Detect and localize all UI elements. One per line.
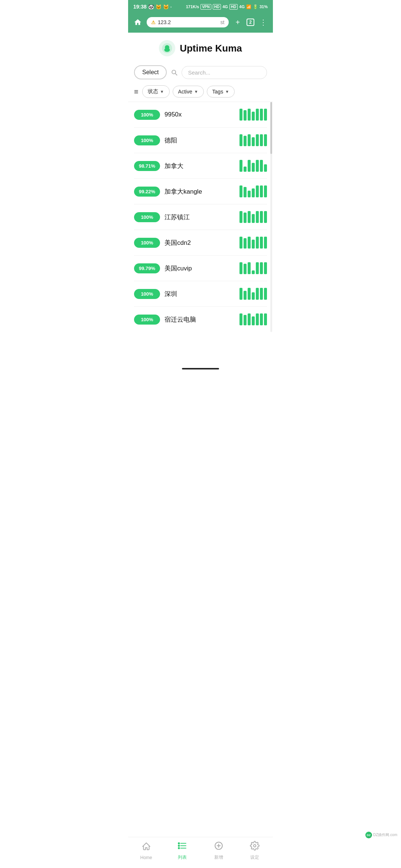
monitor-item[interactable]: 98.71%加拿大 — [134, 153, 267, 179]
search-input[interactable]: Search... — [182, 66, 267, 79]
monitor-item[interactable]: 100%9950x — [134, 102, 267, 128]
active-filter-label: Active — [178, 89, 192, 95]
status-filter[interactable]: 状态 ▼ — [142, 85, 170, 98]
monitor-item[interactable]: 100%美国cdn2 — [134, 230, 267, 256]
search-icon — [170, 69, 178, 76]
uptime-bars — [239, 262, 267, 274]
hd-badge2: HD — [229, 4, 238, 10]
status-bar-right: 171K/s VPN HD 4G HD 4G 📶 🔋 31% — [186, 4, 268, 10]
monitor-name: 9950x — [164, 111, 235, 118]
status-emoji3: 🐱 — [163, 4, 169, 10]
monitor-list: 100%9950x100%德阳98.71%加拿大99.22%加拿大kangle1… — [128, 102, 273, 332]
wifi-icon: 📶 — [246, 4, 251, 9]
signal-4g2: 4G — [239, 4, 245, 9]
home-bar — [182, 368, 219, 369]
battery-pct: 31% — [260, 4, 268, 9]
tags-filter-label: Tags — [212, 89, 224, 95]
url-warning-icon: ⚠ — [151, 20, 156, 25]
scrollbar-track — [270, 102, 272, 332]
uptime-bars — [239, 185, 267, 197]
browser-bar: ⚠ 123.2 st + 2 ⋮ — [128, 13, 273, 33]
battery-icon: 🔋 — [253, 4, 258, 9]
select-button[interactable]: Select — [134, 65, 167, 79]
uptime-bars — [239, 237, 267, 249]
status-time: 19:38 — [133, 4, 147, 10]
monitor-list-container: 100%9950x100%德阳98.71%加拿大99.22%加拿大kangle1… — [128, 102, 273, 332]
monitor-name: 德阳 — [164, 136, 235, 145]
uptime-bars — [239, 160, 267, 172]
monitor-name: 加拿大 — [164, 162, 235, 170]
browser-url-bar[interactable]: ⚠ 123.2 st — [147, 17, 229, 27]
browser-home-button[interactable] — [132, 16, 144, 28]
uptime-badge: 100% — [134, 238, 160, 248]
uptime-bars — [239, 109, 267, 121]
url-st: st — [220, 19, 224, 25]
uptime-bars — [239, 313, 267, 325]
vpn-badge: VPN — [200, 4, 211, 10]
filter-row: ≡ 状态 ▼ Active ▼ Tags ▼ — [128, 83, 273, 102]
monitor-item[interactable]: 100%深圳 — [134, 281, 267, 307]
scrollbar-thumb[interactable] — [270, 102, 272, 154]
monitor-name: 美国cdn2 — [164, 239, 235, 247]
browser-more-button[interactable]: ⋮ — [257, 16, 269, 28]
monitor-item[interactable]: 99.79%美国cuvip — [134, 256, 267, 281]
status-bar-left: 19:38 🐼 🐱 🐱 · — [133, 4, 172, 10]
app-logo — [159, 40, 175, 56]
monitor-name: 江苏镇江 — [164, 213, 235, 221]
svg-point-2 — [165, 45, 169, 50]
monitor-item[interactable]: 100%宿迁云电脑 — [134, 307, 267, 332]
uptime-bars — [239, 288, 267, 300]
network-speed: 171K/s — [186, 4, 199, 9]
uptime-badge: 100% — [134, 212, 160, 222]
uptime-badge: 100% — [134, 135, 160, 145]
monitor-name: 美国cuvip — [164, 264, 235, 273]
controls-row: Select Search... — [128, 62, 273, 83]
status-filter-label: 状态 — [148, 88, 158, 95]
active-chevron-icon: ▼ — [194, 89, 198, 94]
url-text: 123.2 — [158, 19, 171, 25]
monitor-item[interactable]: 100%德阳 — [134, 128, 267, 153]
tags-filter[interactable]: Tags ▼ — [207, 86, 235, 98]
uptime-badge: 98.71% — [134, 161, 160, 171]
status-bar: 19:38 🐼 🐱 🐱 · 171K/s VPN HD 4G HD 4G 📶 🔋… — [128, 0, 273, 13]
search-placeholder: Search... — [188, 69, 210, 76]
uptime-bars — [239, 211, 267, 223]
status-emoji1: 🐼 — [148, 4, 154, 10]
tab-count[interactable]: 2 — [247, 19, 254, 26]
monitor-name: 宿迁云电脑 — [164, 315, 235, 324]
status-dot: · — [170, 4, 172, 10]
hd-badge1: HD — [213, 4, 221, 10]
active-filter[interactable]: Active ▼ — [173, 86, 204, 98]
monitor-item[interactable]: 100%江苏镇江 — [134, 204, 267, 230]
app-header: Uptime Kuma — [128, 33, 273, 62]
uptime-badge: 99.79% — [134, 263, 160, 273]
tags-chevron-icon: ▼ — [225, 89, 229, 94]
status-emoji2: 🐱 — [156, 4, 162, 10]
status-chevron-icon: ▼ — [160, 89, 164, 94]
uptime-badge: 99.22% — [134, 187, 160, 197]
home-indicator — [128, 365, 273, 374]
app-title: Uptime Kuma — [180, 43, 242, 54]
monitor-name: 加拿大kangle — [164, 187, 235, 196]
monitor-name: 深圳 — [164, 290, 235, 298]
uptime-bars — [239, 134, 267, 146]
uptime-badge: 100% — [134, 289, 160, 299]
hamburger-icon[interactable]: ≡ — [134, 88, 138, 96]
uptime-badge: 100% — [134, 110, 160, 120]
add-tab-button[interactable]: + — [232, 16, 244, 28]
monitor-item[interactable]: 99.22%加拿大kangle — [134, 179, 267, 204]
signal-4g1: 4G — [222, 4, 228, 9]
uptime-badge: 100% — [134, 315, 160, 325]
